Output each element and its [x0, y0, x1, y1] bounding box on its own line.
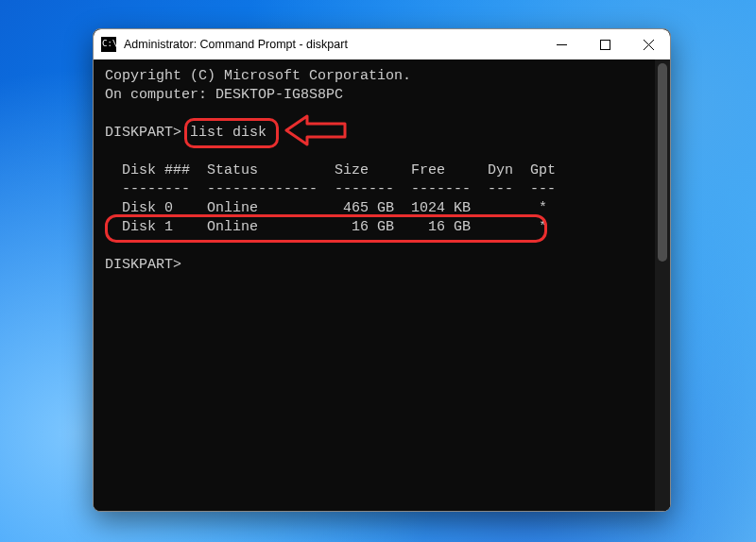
titlebar[interactable]: Administrator: Command Prompt - diskpart	[94, 29, 670, 60]
on-computer-line: On computer: DESKTOP-IG8S8PC	[105, 87, 343, 103]
prompt-1-prefix: DISKPART>	[105, 125, 181, 141]
table-header: Disk ### Status Size Free Dyn Gpt	[105, 162, 556, 178]
table-divider: -------- ------------- ------- ------- -…	[105, 181, 556, 197]
window-title: Administrator: Command Prompt - diskpart	[124, 38, 348, 51]
minimize-button[interactable]	[540, 29, 583, 59]
terminal-output[interactable]: Copyright (C) Microsoft Corporation. On …	[94, 59, 670, 511]
prompt-2: DISKPART>	[105, 257, 181, 273]
table-row: Disk 1 Online 16 GB 16 GB *	[105, 219, 547, 235]
table-row: Disk 0 Online 465 GB 1024 KB *	[105, 200, 547, 216]
cmd-icon	[101, 37, 116, 52]
prompt-1-command: list disk	[181, 125, 266, 141]
svg-rect-1	[600, 40, 610, 49]
scrollbar-thumb[interactable]	[658, 63, 667, 262]
command-prompt-window: Administrator: Command Prompt - diskpart…	[93, 28, 671, 512]
close-button[interactable]	[627, 29, 670, 59]
vertical-scrollbar[interactable]	[655, 59, 670, 511]
copyright-line: Copyright (C) Microsoft Corporation.	[105, 68, 411, 84]
maximize-button[interactable]	[583, 29, 627, 59]
